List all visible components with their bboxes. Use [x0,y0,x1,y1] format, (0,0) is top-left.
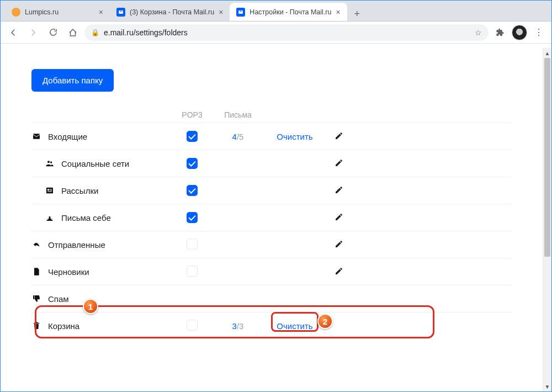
letters-count: 3/3 [211,321,264,331]
tab-title: Lumpics.ru [25,8,94,16]
folder-row-sent: Отправленные [31,231,512,258]
inbox-icon [31,131,41,141]
folder-row-inbox: Входящие 4/5 Очистить [31,123,512,150]
vertical-scrollbar[interactable]: ▲ ▼ [543,48,551,391]
annotation-badge-1: 1 [83,299,98,314]
pop3-checkbox[interactable] [187,266,198,277]
edit-icon[interactable] [335,241,343,250]
pop3-checkbox[interactable] [187,212,198,223]
pop3-checkbox[interactable] [187,185,198,196]
svg-rect-8 [47,220,53,221]
header-pop3: POP3 [173,110,211,119]
svg-rect-5 [50,189,52,189]
back-button[interactable] [5,24,22,41]
folder-name: Рассылки [61,186,98,195]
edit-icon[interactable] [335,160,343,169]
browser-tab-settings[interactable]: Настройки - Почта Mail.ru × [230,3,347,22]
add-folder-button[interactable]: Добавить папку [31,69,114,92]
svg-point-2 [50,161,52,163]
address-bar[interactable]: 🔒 e.mail.ru/settings/folders ☆ [84,24,489,41]
toself-icon [45,213,55,223]
tab-close-icon[interactable]: × [99,8,103,17]
folder-row-social: Социальные сети [31,150,512,177]
tab-title: (3) Корзина - Почта Mail.ru [130,8,214,16]
clear-link[interactable]: Очистить [277,321,312,331]
letters-count: 4/5 [211,132,264,141]
trash-icon [31,321,41,331]
edit-icon[interactable] [335,187,343,196]
favicon-orange-icon [12,8,20,17]
folder-row-drafts: Черновики [31,258,512,285]
folder-name: Черновики [48,267,89,277]
new-tab-button[interactable]: + [349,6,365,22]
reload-button[interactable] [45,24,61,41]
tab-title: Настройки - Почта Mail.ru [250,8,331,16]
favicon-mail-icon [236,8,245,17]
edit-icon[interactable] [335,268,343,277]
folder-row-toself: Письма себе [31,204,512,231]
scroll-up-icon[interactable]: ▲ [543,48,551,58]
scroll-thumb[interactable] [544,58,550,257]
folder-name: Отправленные [48,240,105,250]
url-text: e.mail.ru/settings/folders [104,28,188,37]
edit-icon[interactable] [335,133,343,142]
svg-rect-6 [50,190,52,190]
browser-tab-lumpics[interactable]: Lumpics.ru × [5,3,110,22]
browser-toolbar: 🔒 e.mail.ru/settings/folders ☆ ⋮ [1,22,551,44]
folder-row-trash: Корзина 3/3 Очистить [31,312,512,339]
pop3-checkbox[interactable] [187,158,198,169]
drafts-icon [31,267,41,277]
newsletter-icon [45,186,55,195]
page-content: Добавить папку POP3 Письма Входящие 4/5 … [1,48,543,391]
bookmark-star-icon[interactable]: ☆ [475,28,482,37]
folder-row-newsletters: Рассылки [31,177,512,204]
browser-tabstrip: Lumpics.ru × (3) Корзина - Почта Mail.ru… [1,1,551,22]
svg-rect-0 [33,134,40,139]
edit-icon[interactable] [335,214,343,223]
forward-button[interactable] [25,24,41,41]
pop3-checkbox[interactable] [187,320,198,331]
viewport: Добавить папку POP3 Письма Входящие 4/5 … [1,48,551,391]
menu-button[interactable]: ⋮ [530,24,547,41]
browser-tab-mail-trash[interactable]: (3) Корзина - Почта Mail.ru × [110,3,230,22]
sent-icon [31,240,41,250]
favicon-mail-icon [116,8,125,17]
folder-name: Социальные сети [61,159,129,168]
folder-name: Корзина [48,321,79,331]
lock-icon: 🔒 [91,29,99,36]
svg-point-1 [47,161,50,163]
home-button[interactable] [65,24,81,41]
scroll-down-icon[interactable]: ▼ [543,382,551,391]
folder-name: Письма себе [61,213,111,223]
people-icon [45,158,55,168]
svg-rect-3 [46,188,53,194]
folder-name: Спам [48,294,69,304]
table-header: POP3 Письма [31,110,512,123]
profile-avatar[interactable] [512,25,527,40]
folder-name: Входящие [48,132,87,141]
pop3-checkbox[interactable] [187,131,198,142]
spam-icon [31,294,41,304]
clear-link[interactable]: Очистить [277,132,312,141]
svg-rect-7 [47,191,52,192]
folder-row-spam: Спам [31,285,512,312]
svg-rect-4 [47,189,49,190]
header-letters: Письма [211,110,264,119]
extensions-button[interactable] [492,24,508,41]
tab-close-icon[interactable]: × [336,8,340,17]
pop3-checkbox[interactable] [187,239,198,250]
tab-close-icon[interactable]: × [219,8,223,17]
annotation-badge-2: 2 [317,314,333,329]
